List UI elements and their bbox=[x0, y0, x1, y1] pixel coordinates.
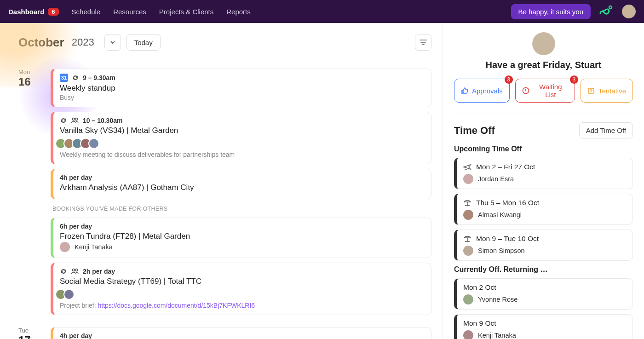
timeoff-card[interactable]: Thu 5 – Mon 16 Oct Almasi Kwangi bbox=[454, 194, 633, 225]
today-button[interactable]: Today bbox=[126, 34, 161, 51]
booking-title: Social Media Strategy (TT69) | Total TTC bbox=[60, 277, 425, 286]
filter-icon bbox=[420, 39, 427, 46]
booking-card[interactable]: 6h per day Frozen Tundra (FT28) | Metal … bbox=[51, 218, 431, 258]
timeoff-range: Mon 2 Oct bbox=[463, 283, 496, 292]
pill-badge: 3 bbox=[570, 75, 578, 84]
booking-time: 6h per day bbox=[60, 223, 92, 230]
person-name: Yvonne Rose bbox=[478, 296, 518, 303]
main: October 2023 Today Mon 16 31 bbox=[0, 23, 443, 339]
nav-dashboard-label: Dashboard bbox=[8, 8, 44, 16]
person-name: Almasi Kwangi bbox=[478, 211, 522, 218]
booking-time: 9 – 9.30am bbox=[83, 74, 115, 81]
calendar-question-icon bbox=[587, 87, 595, 94]
waiting-list-pill[interactable]: Waiting List 3 bbox=[515, 79, 575, 103]
thumbs-up-icon bbox=[461, 87, 468, 94]
svg-point-3 bbox=[73, 269, 75, 271]
tentative-pill[interactable]: Tentative bbox=[581, 79, 633, 103]
timeoff-range: Thu 5 – Mon 16 Oct bbox=[476, 199, 539, 207]
cta-be-happy[interactable]: Be happy, it suits you bbox=[511, 4, 591, 19]
avatar[interactable] bbox=[532, 32, 555, 55]
day-block: Mon 16 31 9 – 9.30am Weekly standup Busy bbox=[18, 69, 431, 315]
calendar-year: 2023 bbox=[72, 36, 94, 48]
divider bbox=[18, 60, 431, 60]
person-avatar bbox=[463, 246, 473, 256]
section-label: BOOKINGS YOU'VE MADE FOR OTHERS bbox=[52, 206, 431, 212]
svg-point-0 bbox=[609, 6, 612, 9]
person-name: Jordan Esra bbox=[478, 175, 514, 183]
svg-point-4 bbox=[75, 269, 78, 271]
month-dropdown[interactable] bbox=[104, 34, 121, 51]
booking-title: Frozen Tundra (FT28) | Metal Garden bbox=[60, 232, 425, 241]
nav-resources[interactable]: Resources bbox=[113, 8, 146, 16]
booking-card[interactable]: 4h per day Arkham Analysis (AA87) | Goth… bbox=[51, 169, 431, 199]
person-avatar bbox=[463, 330, 473, 339]
day-of-week: Mon bbox=[18, 69, 41, 75]
avatar[interactable] bbox=[622, 5, 636, 18]
booking-time: 4h per day bbox=[60, 332, 92, 339]
infinity-icon[interactable] bbox=[599, 5, 614, 18]
topbar: Dashboard 6 Schedule Resources Projects … bbox=[0, 0, 644, 23]
recurring-icon bbox=[72, 74, 79, 81]
pill-label: Waiting List bbox=[533, 83, 568, 98]
timeoff-card[interactable]: Mon 2 – Fri 27 Oct Jordan Esra bbox=[454, 158, 633, 189]
pill-label: Tentative bbox=[598, 87, 626, 95]
recurring-icon bbox=[60, 117, 67, 124]
booking-card[interactable]: 31 9 – 9.30am Weekly standup Busy bbox=[51, 69, 431, 107]
pill-label: Approvals bbox=[472, 87, 503, 95]
pill-badge: 3 bbox=[505, 75, 513, 84]
plane-icon bbox=[463, 163, 472, 171]
day-number: 17 bbox=[18, 334, 41, 339]
timeoff-card[interactable]: Mon 2 Oct Yvonne Rose bbox=[454, 278, 633, 310]
alert-icon bbox=[522, 87, 529, 94]
nav-dashboard-badge: 6 bbox=[48, 8, 58, 16]
day-of-week: Tue bbox=[18, 327, 41, 334]
parasol-icon bbox=[463, 199, 472, 207]
person-avatar bbox=[60, 242, 70, 252]
booking-time: 2h per day bbox=[83, 268, 115, 275]
timeoff-title: Time Off bbox=[454, 125, 495, 137]
booking-card[interactable]: 10 – 10.30am Vanilla Sky (VS34) | Metal … bbox=[51, 112, 431, 164]
brief-link[interactable]: https://docs.google.com/document/d/15kBj… bbox=[98, 302, 255, 309]
chevron-down-icon bbox=[110, 40, 115, 45]
person-name: Simon Simpson bbox=[478, 247, 525, 254]
people-icon bbox=[71, 268, 79, 275]
booking-time: 4h per day bbox=[60, 174, 92, 181]
timeoff-range: Mon 9 – Tue 10 Oct bbox=[476, 235, 539, 243]
svg-point-1 bbox=[73, 118, 75, 121]
person-name: Kenji Tanaka bbox=[75, 243, 113, 251]
booking-card[interactable]: 2h per day Social Media Strategy (TT69) … bbox=[51, 263, 431, 315]
booking-title: Vanilla Sky (VS34) | Metal Garden bbox=[60, 126, 425, 135]
svg-point-2 bbox=[75, 118, 78, 121]
timeoff-card[interactable]: Mon 9 – Tue 10 Oct Simon Simpson bbox=[454, 230, 633, 261]
add-time-off-button[interactable]: Add Time Off bbox=[579, 122, 633, 138]
day-number: 16 bbox=[18, 75, 41, 88]
divider bbox=[454, 114, 633, 114]
booking-sub: Busy bbox=[60, 94, 425, 101]
filter-button[interactable] bbox=[415, 34, 431, 51]
nav-projects-clients[interactable]: Projects & Clients bbox=[159, 8, 213, 16]
person-avatar bbox=[463, 210, 473, 220]
greeting: Have a great Friday, Stuart bbox=[454, 60, 633, 70]
person-name: Kenji Tanaka bbox=[478, 332, 516, 339]
attendee-avatars bbox=[58, 138, 425, 149]
day-block: Tue 17 4h per day Arkham Analysis (AA87)… bbox=[18, 327, 431, 339]
timeoff-card[interactable]: Mon 9 Oct Kenji Tanaka bbox=[454, 314, 633, 339]
nav-schedule[interactable]: Schedule bbox=[72, 8, 101, 16]
person-avatar bbox=[463, 174, 473, 184]
booking-title: Arkham Analysis (AA87) | Gotham City bbox=[60, 183, 425, 192]
nav-reports[interactable]: Reports bbox=[226, 8, 251, 16]
gcal-icon: 31 bbox=[60, 74, 68, 82]
parasol-icon bbox=[463, 235, 472, 242]
timeoff-range: Mon 9 Oct bbox=[463, 319, 496, 328]
upcoming-time-off-head: Upcoming Time Off bbox=[454, 145, 633, 153]
person-avatar bbox=[463, 294, 473, 305]
booking-note: Project brief: https://docs.google.com/d… bbox=[60, 302, 425, 309]
people-icon bbox=[71, 117, 79, 124]
recurring-icon bbox=[60, 268, 67, 275]
nav-dashboard[interactable]: Dashboard 6 bbox=[8, 8, 59, 16]
approvals-pill[interactable]: Approvals 3 bbox=[454, 79, 510, 103]
booking-card[interactable]: 4h per day Arkham Analysis (AA87) | Goth… bbox=[51, 327, 431, 339]
booking-note: Weekly meeting to discuss deliverables f… bbox=[60, 151, 425, 158]
timeoff-range: Mon 2 – Fri 27 Oct bbox=[476, 163, 535, 171]
attendee-avatars bbox=[58, 289, 425, 300]
